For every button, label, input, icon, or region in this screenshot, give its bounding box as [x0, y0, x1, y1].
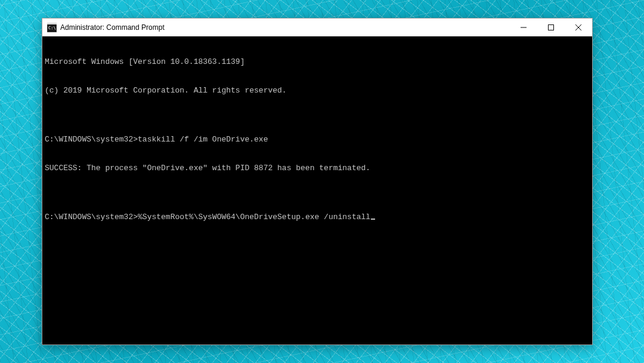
- command-input[interactable]: %SystemRoot%\SysWOW64\OneDriveSetup.exe …: [138, 213, 370, 222]
- terminal-line: Microsoft Windows [Version 10.0.18363.11…: [45, 57, 590, 67]
- titlebar[interactable]: C:\ Administrator: Command Prompt: [42, 19, 592, 36]
- terminal-line: (c) 2019 Microsoft Corporation. All righ…: [45, 86, 590, 96]
- prompt: C:\WINDOWS\system32>: [45, 213, 138, 222]
- command-prompt-window: C:\ Administrator: Command Prompt Micros…: [42, 18, 593, 345]
- window-title: Administrator: Command Prompt: [60, 23, 510, 32]
- close-button[interactable]: [565, 19, 592, 36]
- cmd-icon: C:\: [47, 23, 57, 32]
- terminal-line: C:\WINDOWS\system32>taskkill /f /im OneD…: [45, 135, 590, 144]
- svg-rect-1: [47, 23, 57, 24]
- svg-text:C:\: C:\: [48, 26, 56, 30]
- terminal-output[interactable]: Microsoft Windows [Version 10.0.18363.11…: [42, 36, 592, 344]
- cursor: [371, 219, 375, 220]
- svg-rect-4: [549, 24, 554, 30]
- terminal-line: SUCCESS: The process "OneDrive.exe" with…: [45, 164, 590, 173]
- window-controls: [510, 19, 592, 36]
- minimize-button[interactable]: [510, 19, 537, 36]
- terminal-current-line: C:\WINDOWS\system32>%SystemRoot%\SysWOW6…: [45, 213, 590, 222]
- maximize-button[interactable]: [537, 19, 565, 36]
